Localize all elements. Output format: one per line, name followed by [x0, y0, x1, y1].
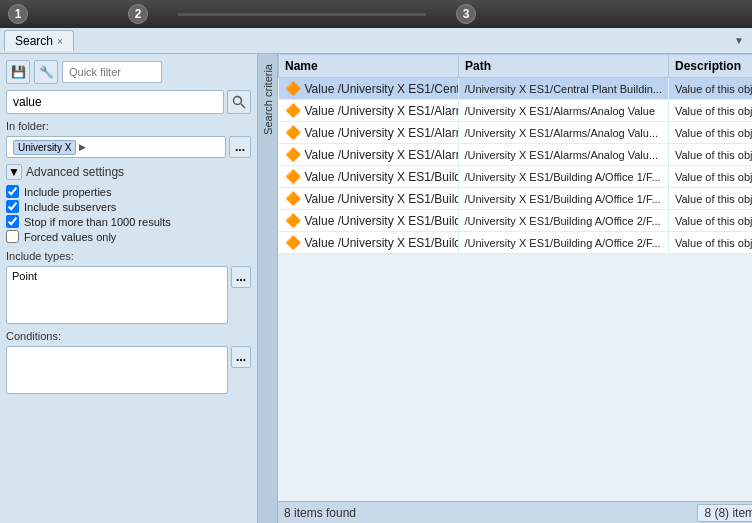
types-textarea[interactable]: [6, 266, 228, 324]
tab-bar: Search × ▼: [0, 28, 752, 54]
table-row[interactable]: 🔶Value /University X ES1/Building A/Offi…: [279, 232, 753, 254]
conditions-ellipsis-button[interactable]: ...: [231, 346, 251, 368]
table-row[interactable]: 🔶Value /University X ES1/Alarms/Analog V…: [279, 100, 753, 122]
quick-filter-input[interactable]: [62, 61, 162, 83]
cell-name: 🔶Value /University X ES1/Alarms/Analog V…: [279, 144, 459, 165]
svg-point-0: [234, 97, 242, 105]
cell-path: /University X ES1/Alarms/Analog Valu...: [459, 122, 669, 144]
cell-description: Value of this object: [668, 78, 752, 100]
save-icon: 💾: [11, 65, 26, 79]
folder-value-display: University X ▶: [6, 136, 226, 158]
cell-name: 🔶Value /University X ES1/Central Plant B…: [279, 78, 459, 99]
folder-tag: University X: [13, 140, 76, 155]
tab-dropdown-arrow[interactable]: ▼: [730, 35, 748, 46]
col-header-description: Description: [668, 55, 752, 78]
table-row[interactable]: 🔶Value /University X ES1/Alarms/Analog V…: [279, 122, 753, 144]
cell-description: Value of this object: [668, 122, 752, 144]
circle-1: 1: [8, 4, 28, 24]
table-row[interactable]: 🔶Value /University X ES1/Building A/Offi…: [279, 188, 753, 210]
col-header-path: Path: [459, 55, 669, 78]
results-table: Name Path Description 🔶Value /University…: [278, 54, 752, 501]
checkbox-label-stop_1000: Stop if more than 1000 results: [24, 216, 171, 228]
types-label: Include types:: [6, 250, 251, 262]
items-count-text: 8 (8) items: [704, 506, 752, 520]
row-icon: 🔶: [285, 169, 301, 184]
cell-name: 🔶Value /University X ES1/Alarms/Analog V…: [279, 122, 459, 143]
checkboxes-container: Include propertiesInclude subserversStop…: [6, 184, 251, 244]
cell-name: 🔶Value /University X ES1/Building A/Offi…: [279, 188, 459, 209]
cell-name: 🔶Value /University X ES1/Building A/Offi…: [279, 166, 459, 187]
conditions-row: ...: [6, 346, 251, 394]
checkbox-label-forced: Forced values only: [24, 231, 116, 243]
table-body: 🔶Value /University X ES1/Central Plant B…: [279, 78, 753, 254]
conditions-textarea[interactable]: [6, 346, 228, 394]
advanced-arrow-icon: ▼: [6, 164, 22, 180]
cell-path: /University X ES1/Building A/Office 1/F.…: [459, 188, 669, 210]
search-input[interactable]: [6, 90, 224, 114]
folder-label: In folder:: [6, 120, 251, 132]
row-icon: 🔶: [285, 147, 301, 162]
tab-close-icon[interactable]: ×: [57, 36, 63, 47]
table-row[interactable]: 🔶Value /University X ES1/Building A/Offi…: [279, 210, 753, 232]
search-button[interactable]: [227, 90, 251, 114]
svg-line-1: [241, 104, 245, 108]
circle-3: 3: [456, 4, 476, 24]
types-ellipsis-button[interactable]: ...: [231, 266, 251, 288]
search-tab[interactable]: Search ×: [4, 30, 74, 51]
cell-path: /University X ES1/Building A/Office 2/F.…: [459, 210, 669, 232]
checkbox-include_props[interactable]: [6, 185, 19, 198]
wrench-icon: 🔧: [39, 65, 54, 79]
row-icon: 🔶: [285, 213, 301, 228]
cell-path: /University X ES1/Alarms/Analog Value: [459, 100, 669, 122]
row-icon: 🔶: [285, 103, 301, 118]
cell-description: Value of this object: [668, 144, 752, 166]
items-count-box: 8 (8) items: [697, 504, 752, 522]
checkbox-include_sub[interactable]: [6, 200, 19, 213]
table-row[interactable]: 🔶Value /University X ES1/Building A/Offi…: [279, 166, 753, 188]
advanced-settings-label: Advanced settings: [26, 165, 124, 179]
checkbox-row-1: Include subservers: [6, 199, 251, 214]
row-icon: 🔶: [285, 235, 301, 250]
cell-path: /University X ES1/Building A/Office 2/F.…: [459, 232, 669, 254]
results-data-table: Name Path Description 🔶Value /University…: [278, 54, 752, 254]
checkbox-row-2: Stop if more than 1000 results: [6, 214, 251, 229]
table-row[interactable]: 🔶Value /University X ES1/Central Plant B…: [279, 78, 753, 100]
toolbar-row: 💾 🔧: [6, 60, 251, 84]
cell-description: Value of this object: [668, 232, 752, 254]
cell-path: /University X ES1/Alarms/Analog Valu...: [459, 144, 669, 166]
circle-2: 2: [128, 4, 148, 24]
save-button[interactable]: 💾: [6, 60, 30, 84]
table-row[interactable]: 🔶Value /University X ES1/Alarms/Analog V…: [279, 144, 753, 166]
left-panel: 💾 🔧 In folder: University X ▶: [0, 54, 258, 523]
checkbox-row-0: Include properties: [6, 184, 251, 199]
top-bar: 1 2 3: [0, 0, 752, 28]
main-content: 💾 🔧 In folder: University X ▶: [0, 54, 752, 523]
cell-name: 🔶Value /University X ES1/Alarms/Analog V…: [279, 100, 459, 121]
row-icon: 🔶: [285, 191, 301, 206]
status-right: 8 (8) items: [697, 504, 752, 522]
cell-path: /University X ES1/Central Plant Buildin.…: [459, 78, 669, 100]
right-panel: Name Path Description 🔶Value /University…: [278, 54, 752, 523]
folder-arrow-icon: ▶: [79, 142, 86, 152]
cell-description: Value of this object: [668, 188, 752, 210]
search-criteria-label: Search criteria: [262, 64, 274, 135]
cell-description: Value of this object: [668, 166, 752, 188]
row-icon: 🔶: [285, 125, 301, 140]
checkbox-forced[interactable]: [6, 230, 19, 243]
checkbox-row-3: Forced values only: [6, 229, 251, 244]
checkbox-label-include_props: Include properties: [24, 186, 111, 198]
folder-ellipsis-button[interactable]: ...: [229, 136, 251, 158]
col-header-name: Name: [279, 55, 459, 78]
cell-description: Value of this object: [668, 210, 752, 232]
search-icon: [232, 95, 246, 109]
advanced-settings-header[interactable]: ▼ Advanced settings: [6, 164, 251, 180]
search-input-row: [6, 90, 251, 114]
items-found-text: 8 items found: [284, 506, 356, 520]
conditions-label: Conditions:: [6, 330, 251, 342]
tab-label: Search: [15, 34, 53, 48]
wrench-button[interactable]: 🔧: [34, 60, 58, 84]
search-criteria-tab[interactable]: Search criteria: [258, 54, 278, 523]
status-bar: 8 items found 8 (8) items: [278, 501, 752, 523]
row-icon: 🔶: [285, 81, 301, 96]
checkbox-stop_1000[interactable]: [6, 215, 19, 228]
